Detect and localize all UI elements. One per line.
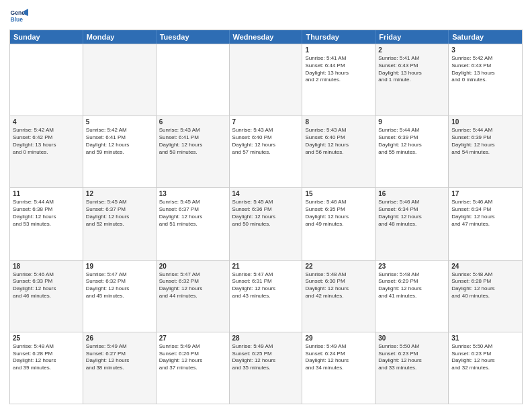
cal-cell-4-6: 31Sunrise: 5:50 AM Sunset: 6:23 PM Dayli… — [449, 332, 522, 404]
cell-text: Sunrise: 5:45 AM Sunset: 6:37 PM Dayligh… — [86, 199, 153, 228]
day-number: 2 — [378, 46, 445, 54]
cell-text: Sunrise: 5:47 AM Sunset: 6:32 PM Dayligh… — [86, 271, 153, 300]
cal-cell-2-0: 11Sunrise: 5:44 AM Sunset: 6:38 PM Dayli… — [10, 188, 83, 259]
calendar-body: 1Sunrise: 5:41 AM Sunset: 6:44 PM Daylig… — [10, 44, 522, 404]
cal-cell-3-1: 19Sunrise: 5:47 AM Sunset: 6:32 PM Dayli… — [83, 261, 157, 332]
cal-cell-3-6: 24Sunrise: 5:48 AM Sunset: 6:28 PM Dayli… — [449, 261, 522, 332]
day-number: 31 — [451, 334, 519, 342]
calendar-row-0: 1Sunrise: 5:41 AM Sunset: 6:44 PM Daylig… — [10, 44, 522, 116]
cell-text: Sunrise: 5:42 AM Sunset: 6:41 PM Dayligh… — [86, 127, 153, 156]
cell-text: Sunrise: 5:41 AM Sunset: 6:44 PM Dayligh… — [305, 55, 372, 84]
day-number: 21 — [232, 263, 300, 270]
cal-cell-0-5: 2Sunrise: 5:41 AM Sunset: 6:43 PM Daylig… — [375, 44, 449, 116]
cal-cell-1-5: 9Sunrise: 5:44 AM Sunset: 6:39 PM Daylig… — [375, 116, 449, 187]
cal-cell-1-0: 4Sunrise: 5:42 AM Sunset: 6:42 PM Daylig… — [10, 116, 83, 187]
day-number: 17 — [451, 190, 519, 197]
header-day-monday: Monday — [83, 30, 157, 44]
cal-cell-2-5: 16Sunrise: 5:46 AM Sunset: 6:34 PM Dayli… — [375, 188, 449, 259]
cal-cell-2-6: 17Sunrise: 5:46 AM Sunset: 6:34 PM Dayli… — [449, 188, 522, 259]
day-number: 20 — [159, 263, 226, 270]
cell-text: Sunrise: 5:47 AM Sunset: 6:32 PM Dayligh… — [159, 271, 226, 300]
cell-text: Sunrise: 5:49 AM Sunset: 6:26 PM Dayligh… — [159, 343, 226, 372]
cal-cell-0-4: 1Sunrise: 5:41 AM Sunset: 6:44 PM Daylig… — [302, 44, 375, 116]
day-number: 4 — [13, 118, 80, 126]
cell-text: Sunrise: 5:47 AM Sunset: 6:31 PM Dayligh… — [232, 271, 300, 300]
header-day-thursday: Thursday — [302, 30, 375, 44]
cal-cell-3-5: 23Sunrise: 5:48 AM Sunset: 6:29 PM Dayli… — [375, 261, 449, 332]
calendar-header: SundayMondayTuesdayWednesdayThursdayFrid… — [10, 30, 522, 44]
day-number: 13 — [159, 190, 226, 197]
cal-cell-4-3: 28Sunrise: 5:49 AM Sunset: 6:25 PM Dayli… — [230, 332, 303, 404]
cell-text: Sunrise: 5:42 AM Sunset: 6:42 PM Dayligh… — [13, 127, 80, 156]
day-number: 15 — [305, 190, 372, 197]
cal-cell-2-1: 12Sunrise: 5:45 AM Sunset: 6:37 PM Dayli… — [83, 188, 157, 259]
cell-text: Sunrise: 5:46 AM Sunset: 6:34 PM Dayligh… — [378, 199, 445, 228]
day-number: 14 — [232, 190, 300, 197]
day-number: 22 — [305, 263, 372, 270]
day-number: 10 — [451, 118, 519, 126]
day-number: 9 — [378, 118, 445, 126]
logo: General Blue — [9, 7, 31, 26]
cell-text: Sunrise: 5:49 AM Sunset: 6:25 PM Dayligh… — [232, 343, 300, 372]
cal-cell-1-3: 7Sunrise: 5:43 AM Sunset: 6:40 PM Daylig… — [230, 116, 303, 187]
cell-text: Sunrise: 5:50 AM Sunset: 6:23 PM Dayligh… — [378, 343, 445, 372]
cal-cell-3-3: 21Sunrise: 5:47 AM Sunset: 6:31 PM Dayli… — [230, 261, 303, 332]
header-day-friday: Friday — [375, 30, 449, 44]
cell-text: Sunrise: 5:48 AM Sunset: 6:28 PM Dayligh… — [451, 271, 519, 300]
cell-text: Sunrise: 5:44 AM Sunset: 6:39 PM Dayligh… — [378, 127, 445, 156]
day-number: 12 — [86, 190, 153, 197]
cell-text: Sunrise: 5:42 AM Sunset: 6:43 PM Dayligh… — [451, 55, 519, 84]
cal-cell-0-3 — [230, 44, 303, 116]
cal-cell-0-0 — [10, 44, 83, 116]
cal-cell-2-4: 15Sunrise: 5:46 AM Sunset: 6:35 PM Dayli… — [302, 188, 375, 259]
cal-cell-1-1: 5Sunrise: 5:42 AM Sunset: 6:41 PM Daylig… — [83, 116, 157, 187]
cell-text: Sunrise: 5:44 AM Sunset: 6:39 PM Dayligh… — [451, 127, 519, 156]
svg-text:Blue: Blue — [11, 16, 24, 23]
cal-cell-2-3: 14Sunrise: 5:45 AM Sunset: 6:36 PM Dayli… — [230, 188, 303, 259]
day-number: 19 — [86, 263, 153, 270]
cal-cell-3-0: 18Sunrise: 5:46 AM Sunset: 6:33 PM Dayli… — [10, 261, 83, 332]
cell-text: Sunrise: 5:46 AM Sunset: 6:35 PM Dayligh… — [305, 199, 372, 228]
calendar-row-1: 4Sunrise: 5:42 AM Sunset: 6:42 PM Daylig… — [10, 116, 522, 187]
header-day-tuesday: Tuesday — [157, 30, 230, 44]
day-number: 1 — [305, 46, 372, 54]
cal-cell-4-1: 26Sunrise: 5:49 AM Sunset: 6:27 PM Dayli… — [83, 332, 157, 404]
cell-text: Sunrise: 5:49 AM Sunset: 6:27 PM Dayligh… — [86, 343, 153, 372]
day-number: 30 — [378, 334, 445, 342]
calendar: SundayMondayTuesdayWednesdayThursdayFrid… — [9, 30, 523, 404]
day-number: 11 — [13, 190, 80, 197]
cell-text: Sunrise: 5:48 AM Sunset: 6:30 PM Dayligh… — [305, 271, 372, 300]
day-number: 5 — [86, 118, 153, 126]
day-number: 28 — [232, 334, 300, 342]
cal-cell-0-1 — [83, 44, 157, 116]
cell-text: Sunrise: 5:43 AM Sunset: 6:41 PM Dayligh… — [159, 127, 226, 156]
cell-text: Sunrise: 5:46 AM Sunset: 6:34 PM Dayligh… — [451, 199, 519, 228]
header-day-saturday: Saturday — [449, 30, 522, 44]
cal-cell-4-4: 29Sunrise: 5:49 AM Sunset: 6:24 PM Dayli… — [302, 332, 375, 404]
cal-cell-1-6: 10Sunrise: 5:44 AM Sunset: 6:39 PM Dayli… — [449, 116, 522, 187]
header-day-wednesday: Wednesday — [230, 30, 303, 44]
day-number: 23 — [378, 263, 445, 270]
cell-text: Sunrise: 5:45 AM Sunset: 6:36 PM Dayligh… — [232, 199, 300, 228]
cal-cell-0-2 — [157, 44, 230, 116]
cal-cell-3-2: 20Sunrise: 5:47 AM Sunset: 6:32 PM Dayli… — [157, 261, 230, 332]
day-number: 18 — [13, 263, 80, 270]
logo-icon: General Blue — [9, 7, 28, 26]
cal-cell-4-5: 30Sunrise: 5:50 AM Sunset: 6:23 PM Dayli… — [375, 332, 449, 404]
cal-cell-2-2: 13Sunrise: 5:45 AM Sunset: 6:37 PM Dayli… — [157, 188, 230, 259]
cell-text: Sunrise: 5:46 AM Sunset: 6:33 PM Dayligh… — [13, 271, 80, 300]
cell-text: Sunrise: 5:48 AM Sunset: 6:28 PM Dayligh… — [13, 343, 80, 372]
day-number: 29 — [305, 334, 372, 342]
cell-text: Sunrise: 5:45 AM Sunset: 6:37 PM Dayligh… — [159, 199, 226, 228]
cell-text: Sunrise: 5:50 AM Sunset: 6:23 PM Dayligh… — [451, 343, 519, 372]
cell-text: Sunrise: 5:43 AM Sunset: 6:40 PM Dayligh… — [232, 127, 300, 156]
cell-text: Sunrise: 5:48 AM Sunset: 6:29 PM Dayligh… — [378, 271, 445, 300]
cell-text: Sunrise: 5:49 AM Sunset: 6:24 PM Dayligh… — [305, 343, 372, 372]
cal-cell-1-2: 6Sunrise: 5:43 AM Sunset: 6:41 PM Daylig… — [157, 116, 230, 187]
cal-cell-0-6: 3Sunrise: 5:42 AM Sunset: 6:43 PM Daylig… — [449, 44, 522, 116]
cell-text: Sunrise: 5:44 AM Sunset: 6:38 PM Dayligh… — [13, 199, 80, 228]
day-number: 8 — [305, 118, 372, 126]
header-day-sunday: Sunday — [10, 30, 83, 44]
day-number: 7 — [232, 118, 300, 126]
calendar-row-2: 11Sunrise: 5:44 AM Sunset: 6:38 PM Dayli… — [10, 187, 522, 259]
